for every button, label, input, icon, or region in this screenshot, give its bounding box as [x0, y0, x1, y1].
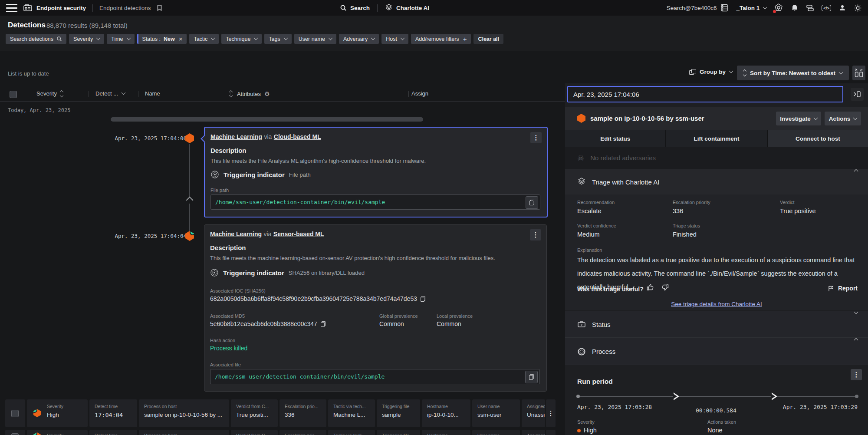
hamburger-menu-icon[interactable] — [6, 4, 17, 12]
filter-tags[interactable]: Tags — [264, 34, 291, 44]
detection-name: sample on ip-10-0-10-56 by ssm-user — [590, 115, 704, 122]
row-verdict-cell[interactable]: Verdict from C... — [231, 430, 278, 435]
row-username-cell[interactable]: User name — [472, 430, 520, 435]
detection-card-selected[interactable]: Machine Learning via Cloud-based ML ⋮ De… — [204, 127, 548, 218]
horizontal-scrollbar[interactable] — [111, 117, 423, 122]
thumbs-up-button[interactable] — [647, 284, 654, 293]
report-button[interactable]: Report — [828, 285, 858, 292]
timeline-start-dot — [576, 395, 580, 398]
row-assigned-cell[interactable]: Assigned — [522, 430, 545, 435]
add-remove-filters-button[interactable]: Add/remove filters+ — [411, 34, 471, 44]
filter-status-new[interactable]: Status : New × — [137, 34, 187, 44]
column-assigned[interactable]: Assign — [411, 90, 428, 97]
process-section-header[interactable]: Process — [565, 338, 868, 365]
run-duration: 00:00:00.584 — [690, 407, 742, 414]
row-escalation-cell[interactable]: Escalation prio...336 — [279, 399, 326, 427]
global-search-button[interactable]: Search — [340, 4, 370, 11]
chevron-down-icon[interactable] — [854, 310, 858, 314]
top-bar: Endpoint security Endpoint detections Se… — [0, 0, 868, 16]
lift-containment-tab[interactable]: Lift containment — [666, 130, 766, 147]
row-process-cell[interactable]: Process on host — [139, 430, 229, 435]
group-by-button[interactable]: Group by — [689, 69, 733, 75]
copy-button[interactable] — [525, 371, 538, 383]
row-checkbox[interactable] — [11, 433, 19, 435]
filter-host[interactable]: Host — [381, 34, 408, 44]
falcon-badge-icon[interactable] — [774, 3, 783, 13]
row-detect-time-cell[interactable]: Detect time — [89, 430, 137, 435]
run-period-title: Run period — [577, 378, 613, 386]
column-attributes[interactable]: Attributes ⚙ — [237, 90, 270, 97]
expand-panel-button[interactable] — [851, 88, 864, 101]
timeline-arrow-icon — [772, 392, 777, 400]
filter-search-detections[interactable]: Search detections — [6, 34, 66, 44]
row-triggering-file-cell[interactable]: Triggering file — [377, 430, 420, 435]
select-columns-icon — [854, 68, 864, 78]
tactic-link[interactable]: Machine Learning — [210, 133, 262, 140]
detection-date-input[interactable]: Apr. 23, 2025 17:04:06 — [567, 86, 843, 102]
row-assigned-cell[interactable]: AssignedUnassig — [522, 399, 545, 427]
row-severity-cell[interactable]: Severity — [27, 430, 88, 435]
technique-link[interactable]: Cloud-based ML — [274, 133, 321, 140]
bookmark-icon[interactable] — [157, 4, 162, 11]
row-tactic-cell[interactable]: Tactic via tech... — [328, 430, 375, 435]
sort-by-button[interactable]: Sort by Time: Newest to oldest — [737, 66, 849, 80]
investigate-button[interactable]: Investigate — [776, 112, 821, 125]
breadcrumb-page[interactable]: Endpoint detections — [99, 5, 151, 11]
row-detect-time-cell[interactable]: Detect time17:04:04 — [89, 399, 137, 427]
thumbs-down-button[interactable] — [661, 284, 669, 293]
row-menu-kebab[interactable] — [546, 430, 556, 435]
filter-technique[interactable]: Technique — [221, 34, 262, 44]
edit-status-tab[interactable]: Edit status — [565, 130, 665, 147]
chevron-up-icon[interactable] — [854, 338, 858, 343]
row-username-cell[interactable]: User namessm-user — [472, 399, 520, 427]
column-severity[interactable]: Severity — [36, 90, 63, 97]
actions-button[interactable]: Actions — [825, 112, 861, 125]
tactic-link[interactable]: Machine Learning — [210, 231, 262, 237]
row-tactic-cell[interactable]: Tactic via tech...Machine L... — [328, 399, 375, 427]
column-detect-time[interactable]: Detect ... — [95, 90, 125, 97]
messages-icon[interactable] — [806, 4, 814, 12]
filter-user-name[interactable]: User name — [294, 34, 336, 44]
copy-button[interactable] — [526, 196, 538, 209]
instance-selector[interactable]: Search@7be400c6 — [667, 3, 729, 12]
copy-icon[interactable] — [421, 296, 425, 302]
triage-details-link[interactable]: See triage details from Charlotte AI — [671, 301, 762, 307]
detection-card[interactable]: Machine Learning via Sensor-based ML ⋮ D… — [204, 224, 547, 392]
process-menu-kebab[interactable]: ⋮ — [851, 369, 862, 380]
theme-brightness-icon[interactable] — [854, 4, 862, 12]
copy-icon — [529, 374, 534, 380]
row-process-cell[interactable]: Process on hostsample on ip-10-0-10-56 b… — [139, 399, 229, 427]
copy-icon[interactable] — [321, 321, 326, 327]
filter-tactic[interactable]: Tactic — [189, 34, 219, 44]
filter-severity[interactable]: Severity — [69, 34, 104, 44]
charlotte-ai-button[interactable]: Charlotte AI — [385, 4, 429, 12]
technique-link[interactable]: Sensor-based ML — [273, 231, 324, 237]
notifications-bell-icon[interactable] — [791, 4, 799, 12]
row-triggering-file-cell[interactable]: Triggering filesample — [377, 399, 420, 427]
row-severity-cell[interactable]: SeverityHigh — [27, 399, 88, 427]
chevron-up-icon[interactable] — [854, 169, 858, 174]
close-icon[interactable]: × — [179, 36, 183, 42]
row-menu-kebab[interactable]: ⋮ — [546, 399, 556, 427]
select-visibility-button[interactable] — [852, 66, 865, 80]
row-checkbox[interactable] — [11, 410, 19, 417]
ioc-value: 682a0050d5ba6b6ffa8f94c58f90e2b9cfba3960… — [210, 295, 425, 302]
row-verdict-cell[interactable]: Verdict from C...True positi... — [231, 399, 278, 427]
card-menu-kebab[interactable]: ⋮ — [530, 229, 541, 241]
tenant-selector[interactable]: _Talon 1 — [736, 5, 766, 11]
row-hostname-cell[interactable]: Hostname — [422, 430, 470, 435]
card-menu-kebab[interactable]: ⋮ — [530, 132, 542, 143]
row-hostname-cell[interactable]: Hostnameip-10-0-10... — [422, 399, 470, 427]
row-escalation-cell[interactable]: Escalation prio... — [279, 430, 326, 435]
connect-to-host-tab[interactable]: Connect to host — [768, 130, 868, 147]
api-code-icon[interactable]: </> — [822, 5, 831, 11]
filter-adversary[interactable]: Adversary — [339, 34, 379, 44]
status-section-header[interactable]: Status — [565, 311, 868, 338]
triage-section-header[interactable]: Triage with Charlotte AI — [565, 169, 868, 194]
filter-time[interactable]: Time — [107, 34, 134, 44]
clear-all-button[interactable]: Clear all — [473, 34, 503, 44]
select-all-checkbox[interactable] — [10, 91, 17, 98]
column-name[interactable]: Name — [145, 90, 232, 97]
gear-icon[interactable]: ⚙ — [264, 90, 270, 97]
user-profile-icon[interactable] — [838, 4, 846, 12]
